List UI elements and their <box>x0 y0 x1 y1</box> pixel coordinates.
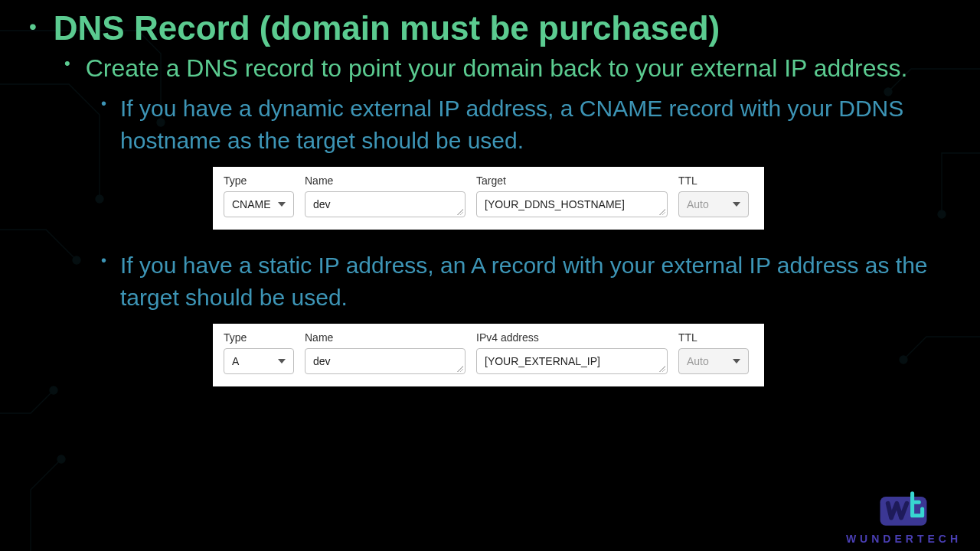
cname-type-field: Type CNAME <box>224 174 294 217</box>
type-label: Type <box>224 331 294 344</box>
slide-title: DNS Record (domain must be purchased) <box>54 11 720 46</box>
a-target-field: IPv4 address [YOUR_EXTERNAL_IP] <box>476 331 668 374</box>
sub-bullet-1-text: Create a DNS record to point your domain… <box>86 52 908 85</box>
type-label: Type <box>224 174 294 187</box>
static-ip-text: If you have a static IP address, an A re… <box>120 249 932 313</box>
cname-ttl-field: TTL Auto <box>678 174 749 217</box>
cname-ttl-select[interactable]: Auto <box>678 191 749 217</box>
chevron-down-icon <box>278 359 286 364</box>
title-bullet: • DNS Record (domain must be purchased) <box>29 11 959 46</box>
a-type-value: A <box>232 355 239 367</box>
cname-name-value: dev <box>313 198 331 210</box>
chevron-down-icon <box>278 202 286 207</box>
name-label: Name <box>305 174 466 187</box>
a-ttl-field: TTL Auto <box>678 331 749 374</box>
cname-record-card: Type CNAME Name dev Target [YOUR_DDNS_HO… <box>213 167 764 230</box>
slide-content: • DNS Record (domain must be purchased) … <box>0 0 980 551</box>
cname-name-input[interactable]: dev <box>305 191 466 217</box>
a-ttl-value: Auto <box>687 355 709 367</box>
a-type-select[interactable]: A <box>224 348 294 374</box>
a-name-value: dev <box>313 355 331 367</box>
cname-ttl-value: Auto <box>687 198 709 210</box>
dynamic-ip-text: If you have a dynamic external IP addres… <box>120 93 932 156</box>
a-name-input[interactable]: dev <box>305 348 466 374</box>
bullet-dot-icon: • <box>101 93 106 114</box>
bullet-dot-icon: • <box>101 249 106 271</box>
cname-name-field: Name dev <box>305 174 466 217</box>
cname-target-input[interactable]: [YOUR_DDNS_HOSTNAME] <box>476 191 668 217</box>
a-type-field: Type A <box>224 331 294 374</box>
cname-type-value: CNAME <box>232 198 271 210</box>
a-name-field: Name dev <box>305 331 466 374</box>
dynamic-ip-bullet: • If you have a dynamic external IP addr… <box>101 93 959 156</box>
chevron-down-icon <box>733 202 740 207</box>
bullet-dot-icon: • <box>64 52 70 76</box>
bullet-dot-icon: • <box>29 16 37 37</box>
target-label: Target <box>476 174 668 187</box>
cname-type-select[interactable]: CNAME <box>224 191 294 217</box>
wundertech-logo-icon <box>874 487 933 531</box>
a-ttl-select[interactable]: Auto <box>678 348 749 374</box>
static-ip-bullet: • If you have a static IP address, an A … <box>101 249 959 313</box>
name-label: Name <box>305 331 466 344</box>
ttl-label: TTL <box>678 331 749 344</box>
a-target-input[interactable]: [YOUR_EXTERNAL_IP] <box>476 348 668 374</box>
sub-bullet-1: • Create a DNS record to point your doma… <box>64 52 959 85</box>
cname-target-field: Target [YOUR_DDNS_HOSTNAME] <box>476 174 668 217</box>
ttl-label: TTL <box>678 174 749 187</box>
a-target-value: [YOUR_EXTERNAL_IP] <box>485 355 600 367</box>
brand-name: WUNDERTECH <box>846 533 962 545</box>
a-record-card: Type A Name dev IPv4 address [YOUR_EXTER… <box>213 324 764 386</box>
brand-logo: WUNDERTECH <box>846 487 962 545</box>
chevron-down-icon <box>733 359 740 364</box>
cname-target-value: [YOUR_DDNS_HOSTNAME] <box>485 198 625 210</box>
ipv4-label: IPv4 address <box>476 331 668 344</box>
